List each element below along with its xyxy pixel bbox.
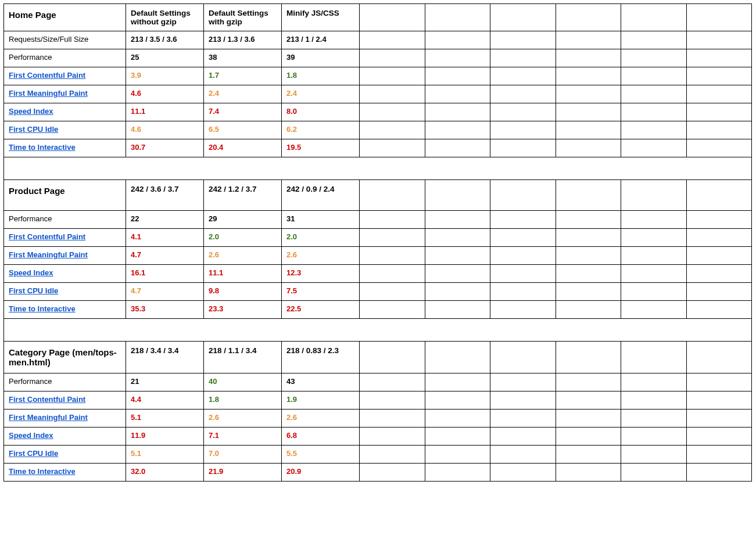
empty-cell bbox=[425, 446, 490, 464]
metric-value: 22 bbox=[131, 214, 139, 223]
empty-cell bbox=[490, 391, 556, 410]
empty-cell bbox=[686, 446, 752, 464]
metric-value: 32.0 bbox=[131, 467, 145, 476]
metric-value-cell: 39 bbox=[282, 49, 360, 67]
metric-link[interactable]: Speed Index bbox=[9, 431, 53, 440]
empty-cell bbox=[490, 211, 556, 229]
metric-value-cell: 2.6 bbox=[204, 410, 282, 428]
empty-cell bbox=[621, 4, 687, 31]
metric-link[interactable]: First Contentful Paint bbox=[9, 71, 85, 80]
metric-link[interactable]: First Contentful Paint bbox=[9, 395, 85, 404]
metric-label-cell: Performance bbox=[4, 49, 126, 67]
empty-cell bbox=[425, 247, 490, 265]
metric-value-cell: 7.1 bbox=[204, 428, 282, 446]
empty-cell bbox=[425, 85, 490, 103]
metric-value: 16.1 bbox=[131, 268, 145, 277]
metric-link[interactable]: First CPU Idle bbox=[9, 125, 58, 134]
empty-cell bbox=[621, 85, 687, 103]
empty-cell bbox=[360, 464, 425, 482]
empty-cell bbox=[425, 373, 490, 391]
empty-cell bbox=[686, 391, 752, 410]
metric-link[interactable]: First Contentful Paint bbox=[9, 232, 85, 241]
empty-cell bbox=[686, 247, 752, 265]
metric-link[interactable]: Time to Interactive bbox=[9, 467, 76, 476]
empty-cell bbox=[621, 391, 687, 410]
metric-value-cell: 2.6 bbox=[282, 410, 360, 428]
metric-value: 43 bbox=[286, 377, 295, 386]
metric-link[interactable]: First Meaningful Paint bbox=[9, 89, 88, 98]
section-header-row: Home PageDefault Settings without gzipDe… bbox=[4, 4, 752, 31]
metric-value-cell: 2.0 bbox=[282, 229, 360, 247]
metric-label-cell: First Contentful Paint bbox=[4, 67, 126, 85]
metric-link[interactable]: First Meaningful Paint bbox=[9, 250, 88, 259]
empty-cell bbox=[360, 391, 425, 410]
metric-link[interactable]: First CPU Idle bbox=[9, 449, 58, 458]
metric-value-cell: 7.0 bbox=[204, 446, 282, 464]
metric-value: 2.4 bbox=[286, 89, 297, 98]
empty-cell bbox=[425, 428, 490, 446]
empty-cell bbox=[360, 67, 425, 85]
empty-cell bbox=[490, 265, 556, 283]
empty-cell bbox=[425, 4, 490, 31]
metric-label-cell: Time to Interactive bbox=[4, 464, 126, 482]
metric-row: First Meaningful Paint4.72.62.6 bbox=[4, 247, 752, 265]
metric-value-cell: 32.0 bbox=[126, 464, 204, 482]
empty-cell bbox=[621, 229, 687, 247]
section-title-cell: Category Page (men/tops-men.html) bbox=[4, 342, 126, 373]
empty-cell bbox=[360, 49, 425, 67]
metric-value-cell: 1.7 bbox=[204, 67, 282, 85]
empty-cell bbox=[360, 342, 425, 373]
metric-link[interactable]: Time to Interactive bbox=[9, 143, 76, 152]
metric-value-cell: 22.5 bbox=[282, 301, 360, 319]
metric-value-cell: 22 bbox=[126, 211, 204, 229]
metric-value-cell: 31 bbox=[282, 211, 360, 229]
metric-label: Performance bbox=[9, 53, 52, 62]
metric-link[interactable]: First Meaningful Paint bbox=[9, 413, 88, 422]
metric-row: Time to Interactive32.021.920.9 bbox=[4, 464, 752, 482]
metric-value-cell: 30.7 bbox=[126, 139, 204, 157]
metric-value: 2.4 bbox=[209, 89, 219, 98]
performance-row: Performance222931 bbox=[4, 211, 752, 229]
metric-value-cell: 20.9 bbox=[282, 464, 360, 482]
empty-cell bbox=[686, 410, 752, 428]
column-header-text: Default Settings with gzip bbox=[209, 9, 268, 26]
empty-cell bbox=[556, 229, 621, 247]
metric-value-cell: 2.6 bbox=[282, 247, 360, 265]
metric-link[interactable]: First CPU Idle bbox=[9, 286, 58, 295]
empty-cell bbox=[360, 265, 425, 283]
empty-cell bbox=[686, 139, 752, 157]
metric-value: 7.1 bbox=[209, 431, 219, 440]
metric-value: 4.7 bbox=[131, 250, 141, 259]
empty-cell bbox=[360, 428, 425, 446]
metric-value: 9.8 bbox=[209, 286, 219, 295]
metric-value: 11.1 bbox=[209, 268, 223, 277]
empty-cell bbox=[360, 373, 425, 391]
empty-cell bbox=[686, 229, 752, 247]
metric-link[interactable]: Speed Index bbox=[9, 107, 53, 116]
empty-cell bbox=[360, 85, 425, 103]
column-header-text: Minify JS/CSS bbox=[286, 9, 339, 17]
metric-value: 22.5 bbox=[286, 304, 301, 313]
metric-value: 31 bbox=[286, 214, 295, 223]
metric-value-cell: 6.5 bbox=[204, 121, 282, 139]
empty-cell bbox=[621, 464, 687, 482]
empty-cell bbox=[490, 373, 556, 391]
metric-row: First Contentful Paint4.41.81.9 bbox=[4, 391, 752, 410]
metric-row: First Meaningful Paint4.62.42.4 bbox=[4, 85, 752, 103]
section-header-row: Category Page (men/tops-men.html)218 / 3… bbox=[4, 342, 752, 373]
metric-label-cell: Speed Index bbox=[4, 265, 126, 283]
metric-link[interactable]: Speed Index bbox=[9, 268, 53, 277]
empty-cell bbox=[686, 31, 752, 49]
metric-value-cell: 5.1 bbox=[126, 446, 204, 464]
empty-cell bbox=[490, 283, 556, 301]
empty-cell bbox=[556, 342, 621, 373]
metric-label-cell: Time to Interactive bbox=[4, 139, 126, 157]
empty-cell bbox=[621, 428, 687, 446]
metric-value: 11.9 bbox=[131, 431, 145, 440]
empty-cell bbox=[425, 283, 490, 301]
empty-cell bbox=[425, 410, 490, 428]
metric-value-cell: 25 bbox=[126, 49, 204, 67]
metric-link[interactable]: Time to Interactive bbox=[9, 304, 76, 313]
metric-value-cell: 35.3 bbox=[126, 301, 204, 319]
empty-cell bbox=[490, 428, 556, 446]
